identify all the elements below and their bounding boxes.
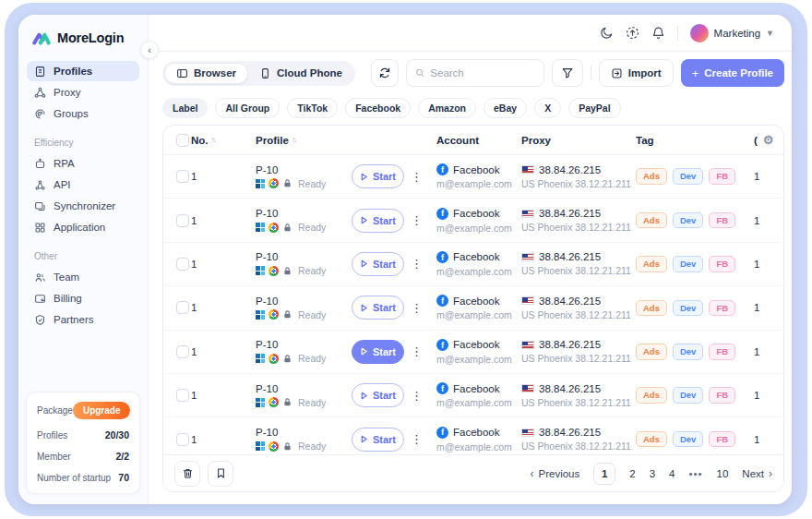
profile-status: Ready (298, 309, 326, 320)
download-center-button[interactable] (626, 26, 639, 40)
sidebar-item-proxy[interactable]: Proxy (27, 82, 139, 103)
account-platform: Facebook (453, 339, 500, 350)
filter-chip-facebook[interactable]: Facebook (345, 98, 411, 118)
page-10[interactable]: 10 (717, 468, 729, 479)
start-button[interactable]: Start (352, 296, 404, 320)
delete-button[interactable] (174, 461, 200, 487)
tag-chip: Dev (673, 431, 703, 448)
row-menu-icon[interactable]: ⋮ (411, 301, 436, 315)
sidebar-item-profiles[interactable]: Profiles (27, 61, 139, 81)
row-checkbox[interactable] (176, 389, 189, 402)
start-button[interactable]: Start (352, 164, 404, 188)
filter-chip-amazon[interactable]: Amazon (418, 98, 476, 118)
trash-icon (182, 467, 194, 479)
page-ellipsis[interactable]: ••• (688, 468, 702, 479)
row-menu-icon[interactable]: ⋮ (411, 389, 436, 403)
create-profile-button[interactable]: + Create Profile (681, 59, 784, 87)
start-button[interactable]: Start (352, 383, 404, 407)
tab-browser[interactable]: Browser (164, 63, 248, 84)
row-menu-icon[interactable]: ⋮ (411, 432, 436, 446)
us-flag-icon (521, 165, 534, 174)
notifications-button[interactable] (651, 26, 665, 40)
filter-button[interactable] (552, 59, 583, 87)
previous-page-button[interactable]: ‹Previous (530, 467, 579, 480)
row-checkbox[interactable] (176, 170, 189, 183)
top-bar: Marketing ▼ (149, 15, 792, 52)
search-input[interactable] (430, 67, 535, 78)
sort-icon[interactable]: ↑↓ (292, 137, 295, 144)
table-header: No.↑↓ Profile↑↓ Account Proxy Tag (⚙ (163, 126, 783, 155)
sidebar-item-synchronizer[interactable]: Synchronizer (27, 196, 139, 216)
sidebar-item-label: Partners (54, 314, 93, 325)
profile-cell: P-10 Ready (256, 339, 352, 364)
table-row[interactable]: 1 P-10 Ready Start ⋮ fFacebook m@example… (163, 286, 783, 330)
row-menu-icon[interactable]: ⋮ (411, 344, 436, 358)
lock-icon (282, 266, 293, 276)
row-menu-icon[interactable]: ⋮ (411, 257, 436, 271)
row-menu-icon[interactable]: ⋮ (411, 170, 436, 184)
filter-chip-tiktok[interactable]: TikTok (287, 98, 338, 118)
extra-cell: 1 (754, 302, 783, 313)
start-label: Start (373, 259, 396, 270)
page-1-active[interactable]: 1 (593, 463, 615, 485)
profile-cell: P-10 Ready (256, 208, 352, 233)
table-row[interactable]: 1 P-10 Ready Start ⋮ fFacebook m@example… (163, 417, 783, 454)
table-row[interactable]: 1 P-10 Ready Start ⋮ fFacebook m@example… (163, 331, 783, 374)
next-page-button[interactable]: Next› (742, 467, 772, 480)
row-checkbox[interactable] (176, 301, 189, 314)
sidebar-collapse-button[interactable]: ‹ (140, 41, 159, 59)
start-button[interactable]: Start (352, 209, 404, 233)
row-number: 1 (191, 215, 256, 226)
row-checkbox[interactable] (176, 258, 189, 271)
sort-icon[interactable]: ↑↓ (211, 137, 215, 144)
filter-chip-paypal[interactable]: PayPal (568, 98, 620, 118)
refresh-button[interactable] (371, 59, 399, 87)
phone-icon (259, 67, 271, 79)
tag-chip: Dev (673, 168, 703, 185)
table-row[interactable]: 1 P-10 Ready Start ⋮ fFacebook m@example… (163, 243, 783, 286)
upgrade-button[interactable]: Upgrade (73, 402, 131, 419)
row-menu-icon[interactable]: ⋮ (411, 213, 436, 227)
theme-toggle-button[interactable] (600, 26, 614, 40)
page-4[interactable]: 4 (669, 468, 675, 479)
import-button[interactable]: Import (599, 59, 674, 87)
table-row[interactable]: 1 P-10 Ready Start ⋮ fFacebook m@example… (163, 374, 783, 417)
sidebar-item-application[interactable]: Application (27, 217, 139, 237)
table-row[interactable]: 1 P-10 Ready Start ⋮ fFacebook m@example… (163, 199, 783, 242)
row-checkbox[interactable] (176, 433, 189, 446)
sidebar-item-groups[interactable]: Groups (27, 103, 139, 124)
chrome-icon (269, 309, 279, 320)
sidebar-item-billing[interactable]: Billing (27, 288, 139, 308)
browser-window-icon (176, 67, 188, 79)
start-button[interactable]: Start (352, 428, 404, 452)
account-menu[interactable]: Marketing ▼ (690, 24, 774, 42)
select-all-checkbox[interactable] (176, 134, 189, 147)
sidebar-item-rpa[interactable]: RPA (27, 153, 139, 174)
tag-chips: AdsDevFB (636, 387, 754, 404)
table-row[interactable]: 1 P-10 Ready Start ⋮ fFacebook m@example… (163, 155, 783, 199)
filter-chip-x[interactable]: X (534, 98, 561, 118)
start-button[interactable]: Start (352, 340, 404, 364)
page-2[interactable]: 2 (629, 468, 635, 479)
sidebar-item-team[interactable]: Team (27, 267, 139, 287)
column-settings-gear-icon[interactable]: ⚙ (763, 134, 774, 146)
filter-chip-label[interactable]: Label (162, 98, 208, 118)
row-checkbox[interactable] (176, 214, 189, 227)
account-cell: fFacebook m@example.com (436, 163, 521, 189)
bookmark-button[interactable] (208, 461, 233, 487)
account-cell: fFacebook m@example.com (436, 427, 521, 453)
morelogin-logo-icon (31, 29, 52, 46)
start-button[interactable]: Start (352, 252, 404, 276)
sidebar-item-api[interactable]: API (27, 175, 139, 195)
row-checkbox[interactable] (176, 345, 189, 358)
filter-chip-all-group[interactable]: All Group (215, 98, 280, 118)
package-startup-label: Number of startup (37, 473, 111, 483)
account-platform: Facebook (453, 427, 500, 438)
sidebar-item-partners[interactable]: Partners (27, 309, 139, 330)
page-3[interactable]: 3 (650, 468, 655, 479)
filter-chip-ebay[interactable]: eBay (484, 98, 527, 118)
proxy-cell: 38.84.26.215 US Phoenix 38.12.21.211 (521, 251, 636, 276)
profiles-table: No.↑↓ Profile↑↓ Account Proxy Tag (⚙ 1 P… (162, 125, 784, 492)
tab-cloud-phone[interactable]: Cloud Phone (248, 63, 353, 84)
proxy-location: US Phoenix 38.12.21.211 (521, 441, 636, 452)
